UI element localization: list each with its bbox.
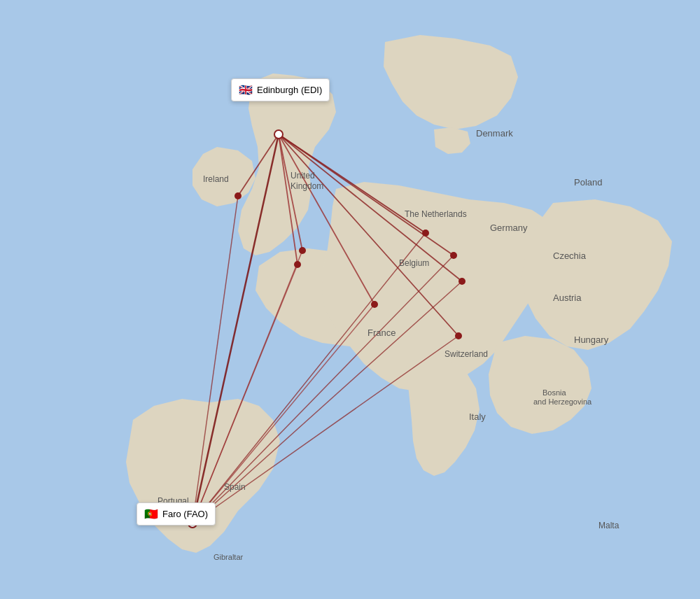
map-container: Ireland United Kingdom France Spain Port… [0,0,700,599]
svg-text:Czechia: Czechia [553,251,587,261]
svg-point-24 [422,230,429,237]
svg-text:Italy: Italy [469,411,486,422]
uk-flag: 🇬🇧 [239,83,253,97]
svg-point-20 [234,192,241,199]
svg-point-26 [458,278,465,285]
svg-text:Denmark: Denmark [476,128,513,139]
svg-text:Hungary: Hungary [574,334,609,345]
svg-text:Switzerland: Switzerland [444,349,488,359]
svg-text:Belgium: Belgium [399,258,429,268]
portugal-flag: 🇵🇹 [144,507,158,521]
edinburgh-label: 🇬🇧 Edinburgh (EDI) [231,78,330,101]
svg-text:Germany: Germany [490,223,528,233]
svg-point-18 [274,130,283,139]
svg-text:and Herzegovina: and Herzegovina [533,397,592,406]
faro-label-text: Faro (FAO) [162,509,208,519]
svg-point-23 [371,301,378,308]
svg-text:Ireland: Ireland [203,174,229,184]
svg-text:The Netherlands: The Netherlands [405,209,467,219]
edinburgh-label-text: Edinburgh (EDI) [257,85,322,95]
svg-text:France: France [368,327,396,338]
svg-text:Poland: Poland [574,177,602,188]
svg-text:Spain: Spain [224,482,246,492]
svg-text:Austria: Austria [553,293,582,303]
svg-point-22 [294,261,301,268]
svg-text:Malta: Malta [598,521,620,530]
faro-label: 🇵🇹 Faro (FAO) [136,502,216,526]
svg-text:United: United [290,171,315,181]
svg-text:Bosnia: Bosnia [542,388,567,397]
svg-text:Kingdom: Kingdom [290,181,323,191]
svg-point-25 [450,252,457,259]
svg-point-27 [455,332,462,339]
svg-point-21 [299,247,306,254]
svg-text:Gibraltar: Gibraltar [214,553,244,561]
